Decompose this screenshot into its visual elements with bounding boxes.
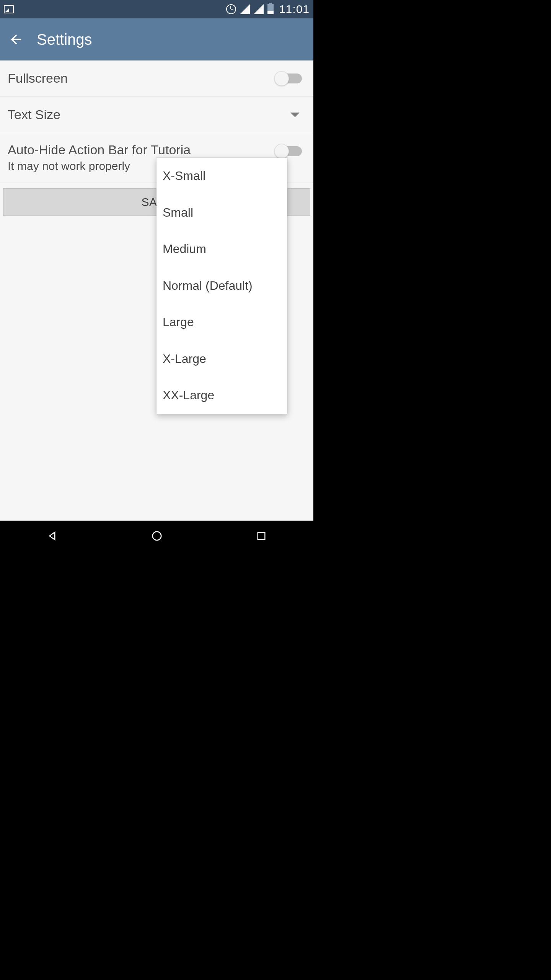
chevron-down-icon [290,113,300,117]
battery-icon [267,4,274,14]
arrow-back-icon [8,32,24,47]
app-bar: Settings [0,18,313,60]
alarm-icon [226,4,236,14]
status-bar: 11:01 [0,0,313,18]
svg-rect-1 [258,532,265,540]
text-size-row[interactable]: Text Size [0,96,313,133]
svg-point-0 [152,532,161,541]
text-size-option-large[interactable]: Large [156,304,287,341]
page-title: Settings [37,31,92,48]
back-button[interactable] [5,28,28,51]
square-recent-icon [256,531,267,541]
settings-content: Fullscreen Text Size Auto-Hide Action Ba… [0,60,313,521]
screenshot-icon [4,5,14,13]
autohide-label: Auto-Hide Action Bar for Tutoria [8,142,275,157]
status-time: 11:01 [279,3,310,16]
text-size-option-small[interactable]: Small [156,194,287,231]
autohide-switch[interactable] [275,146,302,156]
text-size-dropdown: X-Small Small Medium Normal (Default) La… [156,158,287,414]
circle-home-icon [151,530,163,542]
signal-icon [240,4,250,14]
text-size-option-x-small[interactable]: X-Small [156,158,287,194]
fullscreen-switch[interactable] [275,74,302,83]
text-size-option-normal[interactable]: Normal (Default) [156,268,287,304]
fullscreen-row[interactable]: Fullscreen [0,60,313,96]
nav-back-button[interactable] [29,527,75,545]
system-nav-bar [0,521,313,551]
text-size-option-medium[interactable]: Medium [156,231,287,268]
text-size-label: Text Size [8,107,60,122]
fullscreen-label: Fullscreen [8,71,68,86]
nav-recent-button[interactable] [238,527,284,545]
text-size-option-xx-large[interactable]: XX-Large [156,377,287,414]
nav-home-button[interactable] [134,527,180,545]
triangle-back-icon [47,530,58,542]
text-size-option-x-large[interactable]: X-Large [156,341,287,377]
signal-icon [254,4,264,14]
